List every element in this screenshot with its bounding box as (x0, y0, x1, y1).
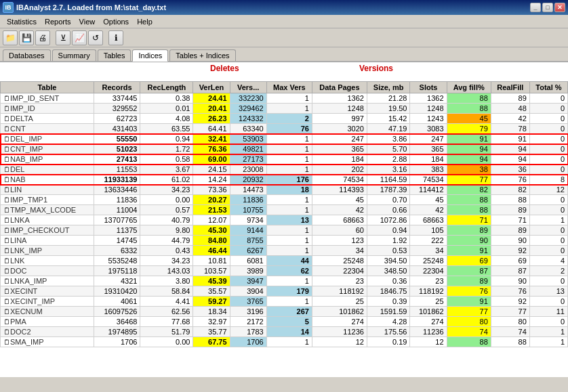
cell-realfill: 82 (491, 185, 529, 195)
cell-total: 2 (529, 266, 567, 276)
cell-datapages: 11236 (312, 327, 367, 337)
cell-avgfill: 89 (447, 276, 491, 286)
info-button[interactable]: ℹ (108, 30, 123, 45)
table-row: 🗒XECNUM 16097526 62.56 18.34 3196 267 10… (1, 307, 568, 317)
cell-avgfill: 45 (447, 114, 491, 124)
cell-table-name: 🗒NAB (1, 175, 94, 185)
tab-databases[interactable]: Databases (3, 49, 51, 61)
content-area: Deletes Versions Table Records RecLength… (0, 62, 568, 377)
cell-total: 12 (529, 185, 567, 195)
cell-datapages: 118192 (312, 286, 367, 297)
cell-verlen: 69.00 (193, 154, 230, 165)
cell-sizemb: 1072.86 (367, 215, 410, 225)
cell-sizemb: 2.88 (367, 154, 410, 165)
cell-maxvers: 1 (266, 165, 312, 175)
cell-avgfill: 77 (447, 175, 491, 185)
cell-avgfill: 77 (447, 307, 491, 317)
cell-verlen: 73.36 (193, 185, 230, 195)
print-button[interactable]: 🖨 (35, 30, 50, 45)
cell-verlen: 20.27 (193, 195, 230, 205)
cell-avgfill: 94 (447, 144, 491, 154)
close-button[interactable]: ✕ (554, 3, 565, 12)
menu-view[interactable]: View (75, 17, 100, 26)
cell-slots: 34 (410, 246, 447, 256)
cell-total: 0 (529, 236, 567, 246)
cell-reclength: 4.41 (140, 297, 193, 307)
cell-table-name: 🗒DELTA (1, 114, 94, 124)
tab-tables-indices[interactable]: Tables + Indices (169, 49, 235, 61)
cell-total: 0 (529, 154, 567, 165)
cell-sizemb: 0.36 (367, 276, 410, 286)
tab-tables[interactable]: Tables (98, 49, 131, 61)
cell-realfill: 89 (491, 225, 529, 236)
cell-total: 8 (529, 175, 567, 185)
tab-summary[interactable]: Summary (52, 49, 96, 61)
cell-verlen: 45.30 (193, 225, 230, 236)
cell-slots: 118192 (410, 286, 447, 297)
cell-vers: 23008 (230, 165, 266, 175)
cell-avgfill: 79 (447, 124, 491, 134)
col-header-reclength: RecLength (140, 82, 193, 93)
table-row: 🗒IMP_CHECKOUT 11375 9.80 45.30 9144 1 60… (1, 225, 568, 236)
cell-maxvers: 1 (266, 337, 312, 347)
cell-vers: 124332 (230, 114, 266, 124)
cell-total: 0 (529, 246, 567, 256)
table-row: 🗒XECINT 19310420 58.84 35.57 3904 179 11… (1, 286, 568, 297)
table-icon: 🗒 (3, 318, 10, 326)
cell-slots: 74534 (410, 175, 447, 185)
cell-records: 19310420 (94, 286, 140, 297)
cell-reclength: 77.68 (140, 317, 193, 327)
cell-records: 337445 (94, 93, 140, 104)
cell-table-name: 🗒CNT_IMP (1, 144, 94, 154)
cell-vers: 20932 (230, 175, 266, 185)
cell-slots: 1248 (410, 104, 447, 114)
table-row: 🗒DOC 1975118 143.03 103.57 3989 62 22304… (1, 266, 568, 276)
cell-maxvers: 1 (266, 154, 312, 165)
cell-records: 11836 (94, 195, 140, 205)
cell-datapages: 12 (312, 337, 367, 347)
menu-reports[interactable]: Reports (41, 17, 75, 26)
cell-datapages: 101862 (312, 307, 367, 317)
table-icon: 🗒 (3, 95, 10, 102)
save-button[interactable]: 💾 (19, 30, 34, 45)
cell-reclength: 62.56 (140, 307, 193, 317)
cell-records: 431403 (94, 124, 140, 134)
col-header-verlen: VerLen (193, 82, 230, 93)
cell-verlen: 46.44 (193, 246, 230, 256)
table-icon: 🗒 (3, 267, 10, 275)
cell-verlen: 12.07 (193, 215, 230, 225)
menu-statistics[interactable]: Statistics (3, 17, 41, 26)
filter-button[interactable]: ⊻ (56, 30, 70, 45)
cell-maxvers: 76 (266, 124, 312, 134)
cell-records: 1974895 (94, 327, 140, 337)
cell-slots: 274 (410, 317, 447, 327)
table-row: 🗒TMP_MAX_LCODE 11004 0.57 21.53 10755 1 … (1, 205, 568, 215)
cell-maxvers: 14 (266, 327, 312, 337)
minimize-button[interactable]: _ (530, 3, 541, 12)
cell-verlen: 18.34 (193, 307, 230, 317)
cell-slots: 23 (410, 276, 447, 286)
cell-records: 13707765 (94, 215, 140, 225)
cell-reclength: 0.94 (140, 134, 193, 144)
cell-table-name: 🗒LNKA (1, 215, 94, 225)
open-button[interactable]: 📁 (3, 30, 18, 45)
cell-verlen: 10.81 (193, 256, 230, 266)
cell-realfill: 76 (491, 286, 529, 297)
col-header-table: Table (1, 82, 94, 93)
chart-button[interactable]: 📈 (72, 30, 87, 45)
refresh-button[interactable]: ↺ (88, 30, 103, 45)
cell-realfill: 87 (491, 266, 529, 276)
cell-slots: 68663 (410, 215, 447, 225)
maximize-button[interactable]: □ (542, 3, 553, 12)
menu-options[interactable]: Options (99, 17, 133, 26)
table-scroll-area[interactable]: Table Records RecLength VerLen Vers... M… (0, 62, 568, 377)
cell-realfill: 89 (491, 93, 529, 104)
table-icon: 🗒 (3, 196, 10, 204)
tab-indices[interactable]: Indices (132, 49, 168, 62)
cell-realfill: 90 (491, 236, 529, 246)
cell-vers: 10755 (230, 205, 266, 215)
cell-verlen: 24.15 (193, 165, 230, 175)
menu-help[interactable]: Help (133, 17, 157, 26)
cell-realfill: 74 (491, 327, 529, 337)
table-icon: 🗒 (3, 298, 10, 305)
